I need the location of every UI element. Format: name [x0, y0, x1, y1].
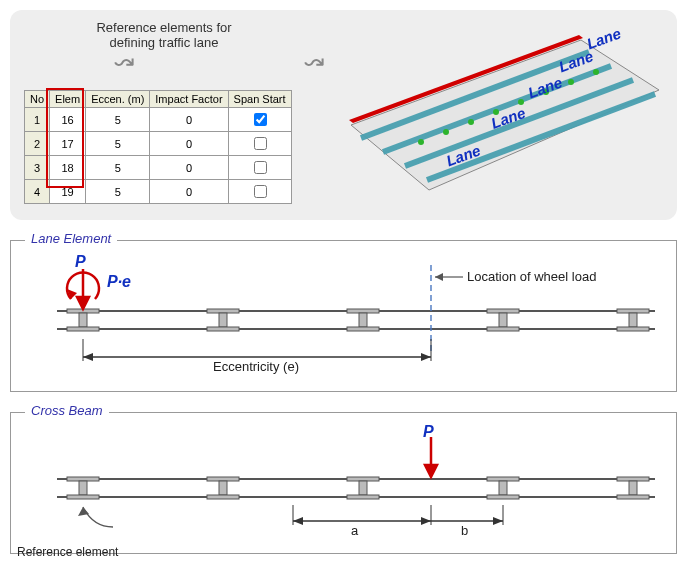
svg-marker-38 — [83, 353, 93, 361]
table-row: 3 18 5 0 — [25, 156, 292, 180]
svg-rect-21 — [207, 327, 239, 331]
svg-marker-39 — [421, 353, 431, 361]
reference-element-label: Reference element — [17, 545, 118, 559]
span-start-checkbox[interactable] — [254, 137, 267, 150]
cell: 17 — [50, 132, 86, 156]
cell[interactable] — [228, 156, 291, 180]
svg-point-8 — [468, 119, 474, 125]
svg-rect-30 — [617, 327, 649, 331]
svg-rect-19 — [207, 309, 239, 313]
svg-rect-25 — [487, 309, 519, 313]
cell: 19 — [50, 180, 86, 204]
cell: 5 — [86, 132, 150, 156]
svg-rect-57 — [629, 481, 637, 495]
svg-point-12 — [568, 79, 574, 85]
cell: 0 — [150, 180, 228, 204]
svg-rect-46 — [67, 495, 99, 499]
svg-rect-47 — [207, 477, 239, 481]
caption-line2: defining traffic lane — [110, 35, 219, 50]
caption: Reference elements for defining traffic … — [64, 20, 264, 50]
svg-marker-60 — [425, 465, 437, 477]
p-label: P — [75, 253, 86, 271]
svg-rect-17 — [79, 313, 87, 327]
top-grey-panel: Reference elements for defining traffic … — [10, 10, 677, 220]
svg-rect-56 — [617, 477, 649, 481]
span-start-checkbox[interactable] — [254, 113, 267, 126]
svg-rect-29 — [629, 313, 637, 327]
svg-rect-23 — [359, 313, 367, 327]
svg-rect-27 — [487, 327, 519, 331]
cell: 0 — [150, 108, 228, 132]
cell: 2 — [25, 132, 50, 156]
cell: 0 — [150, 132, 228, 156]
cell: 0 — [150, 156, 228, 180]
reference-elements-table: No Elem Eccen. (m) Impact Factor Span St… — [24, 90, 292, 204]
cell[interactable] — [228, 108, 291, 132]
svg-rect-22 — [347, 309, 379, 313]
svg-rect-52 — [347, 495, 379, 499]
col-no: No — [25, 91, 50, 108]
table-row: 2 17 5 0 — [25, 132, 292, 156]
col-span: Span Start — [228, 91, 291, 108]
table-row: 4 19 5 0 — [25, 180, 292, 204]
svg-rect-26 — [499, 313, 507, 327]
svg-marker-64 — [421, 517, 431, 525]
lane-element-section: Lane Element — [10, 240, 677, 392]
pe-label: P·e — [107, 273, 131, 291]
cell: 5 — [86, 156, 150, 180]
section-title: Lane Element — [25, 231, 117, 246]
eccentricity-label: Eccentricity (e) — [213, 359, 299, 374]
svg-rect-54 — [499, 481, 507, 495]
table-wrap: No Elem Eccen. (m) Impact Factor Span St… — [24, 90, 292, 204]
svg-rect-28 — [617, 309, 649, 313]
cell: 5 — [86, 180, 150, 204]
svg-rect-44 — [67, 477, 99, 481]
dim-a-label: a — [351, 523, 358, 538]
span-start-checkbox[interactable] — [254, 185, 267, 198]
section-title: Cross Beam — [25, 403, 109, 418]
cell: 18 — [50, 156, 86, 180]
lane-label: Lane — [584, 30, 623, 52]
svg-rect-58 — [617, 495, 649, 499]
cell: 1 — [25, 108, 50, 132]
p-label: P — [423, 423, 434, 441]
svg-rect-18 — [67, 327, 99, 331]
wheel-load-label: Location of wheel load — [467, 269, 596, 284]
cell[interactable] — [228, 132, 291, 156]
svg-marker-35 — [77, 297, 89, 309]
svg-rect-45 — [79, 481, 87, 495]
svg-rect-55 — [487, 495, 519, 499]
cell: 4 — [25, 180, 50, 204]
curly-arrow-icon: ↝ — [114, 50, 134, 78]
col-impact: Impact Factor — [150, 91, 228, 108]
svg-rect-48 — [219, 481, 227, 495]
cross-beam-diagram — [23, 431, 663, 541]
cell[interactable] — [228, 180, 291, 204]
svg-rect-49 — [207, 495, 239, 499]
svg-marker-33 — [435, 273, 443, 281]
span-start-checkbox[interactable] — [254, 161, 267, 174]
dim-b-label: b — [461, 523, 468, 538]
svg-rect-50 — [347, 477, 379, 481]
col-eccen: Eccen. (m) — [86, 91, 150, 108]
svg-rect-51 — [359, 481, 367, 495]
svg-rect-24 — [347, 327, 379, 331]
cell: 3 — [25, 156, 50, 180]
col-elem: Elem — [50, 91, 86, 108]
table-row: 1 16 5 0 — [25, 108, 292, 132]
caption-line1: Reference elements for — [96, 20, 231, 35]
svg-point-7 — [443, 129, 449, 135]
isometric-bridge-view: Lane Lane Lane Lane Lane — [321, 30, 661, 200]
cell: 5 — [86, 108, 150, 132]
cross-beam-section: Cross Beam — [10, 412, 677, 554]
svg-point-13 — [593, 69, 599, 75]
svg-marker-63 — [293, 517, 303, 525]
svg-rect-20 — [219, 313, 227, 327]
svg-rect-53 — [487, 477, 519, 481]
cell: 16 — [50, 108, 86, 132]
svg-marker-68 — [493, 517, 503, 525]
svg-point-6 — [418, 139, 424, 145]
